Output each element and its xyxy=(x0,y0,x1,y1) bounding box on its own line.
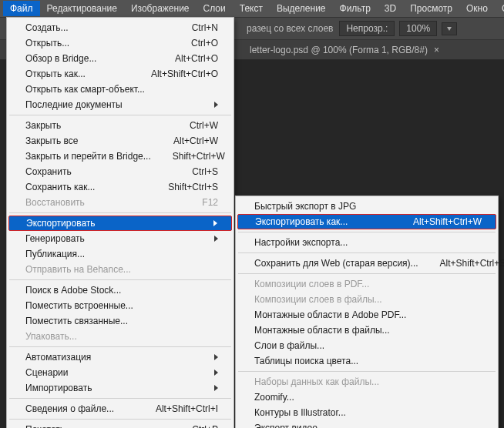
menu-item-label: Контуры в Illustrator... xyxy=(254,407,346,418)
file-menu-item[interactable]: Открыть...Ctrl+O xyxy=(8,35,232,51)
menubar-item-изображение[interactable]: Изображение xyxy=(124,1,197,16)
file-menu-item[interactable]: Открыть как...Alt+Shift+Ctrl+O xyxy=(8,66,232,82)
export-menu-item[interactable]: Таблицы поиска цвета... xyxy=(237,353,496,369)
file-menu-item[interactable]: Сведения о файле...Alt+Shift+Ctrl+I xyxy=(8,401,232,416)
menu-item-shortcut: Alt+Ctrl+O xyxy=(175,53,218,64)
file-menu-item[interactable]: Закрыть всеAlt+Ctrl+W xyxy=(8,133,232,149)
menubar-item-справка[interactable]: Справка xyxy=(495,1,504,16)
menubar-item-выделение[interactable]: Выделение xyxy=(270,1,333,16)
submenu-arrow-icon xyxy=(214,102,218,108)
menu-item-label: Открыть как... xyxy=(25,69,86,79)
file-menu-item[interactable]: Импортировать xyxy=(8,380,232,396)
menubar: ФайлРедактированиеИзображениеСлоиТекстВы… xyxy=(0,0,504,17)
menu-separator xyxy=(9,279,231,280)
menu-separator xyxy=(238,232,496,232)
file-menu-item: ВосстановитьF12 xyxy=(8,195,232,210)
file-menu-item[interactable]: Создать...Ctrl+N xyxy=(8,20,232,35)
menu-item-shortcut: Alt+Shift+Ctrl+I xyxy=(156,403,218,414)
export-menu-item[interactable]: Контуры в Illustrator... xyxy=(237,405,496,420)
file-menu-item[interactable]: Сценарии xyxy=(8,365,232,380)
export-menu-item[interactable]: Быстрый экспорт в JPG xyxy=(237,199,496,214)
menubar-item-3d[interactable]: 3D xyxy=(378,1,403,16)
menu-item-label: Сведения о файле... xyxy=(25,403,114,414)
export-menu-item[interactable]: Монтажные области в файлы... xyxy=(237,323,496,338)
export-menu-item[interactable]: Сохранить для Web (старая версия)...Alt+… xyxy=(237,256,496,271)
menu-item-shortcut: Alt+Shift+Ctrl+O xyxy=(151,69,218,79)
menu-item-label: Монтажные области в Adobe PDF... xyxy=(254,309,406,320)
menu-item-label: Монтажные области в файлы... xyxy=(254,325,390,336)
file-menu-item: Упаковать... xyxy=(8,329,232,344)
file-menu-item[interactable]: Печатать...Ctrl+P xyxy=(8,422,232,428)
menu-item-label: Закрыть и перейти в Bridge... xyxy=(25,151,151,162)
export-submenu: Быстрый экспорт в JPGЭкспортировать как.… xyxy=(235,196,499,428)
menu-item-shortcut: Ctrl+O xyxy=(191,38,218,48)
file-menu-item[interactable]: Закрыть и перейти в Bridge...Shift+Ctrl+… xyxy=(8,149,232,164)
file-menu-item[interactable]: Поместить встроенные... xyxy=(8,298,232,313)
menu-item-label: Сохранить для Web (старая версия)... xyxy=(254,258,418,269)
menu-item-shortcut: Ctrl+N xyxy=(192,22,218,33)
file-menu-item[interactable]: Генерировать xyxy=(8,231,232,246)
export-menu-item[interactable]: Слои в файлы... xyxy=(237,338,496,353)
file-menu-item[interactable]: Открыть как смарт-объект... xyxy=(8,82,232,97)
file-menu-item[interactable]: Публикация... xyxy=(8,246,232,262)
menu-item-shortcut: Alt+Shift+Ctrl+W xyxy=(413,216,482,227)
export-menu-item[interactable]: Zoomify... xyxy=(237,390,496,405)
file-menu-item[interactable]: Экспортировать xyxy=(8,216,232,231)
menu-item-label: Экспортировать как... xyxy=(255,216,348,227)
menu-item-label: Сохранить как... xyxy=(25,182,95,192)
submenu-arrow-icon xyxy=(214,236,218,242)
menu-item-label: Сохранить xyxy=(25,166,72,177)
export-menu-item[interactable]: Экспорт видео... xyxy=(237,420,496,428)
file-menu-item[interactable]: Поместить связанные... xyxy=(8,313,232,329)
file-menu-item[interactable]: Обзор в Bridge...Alt+Ctrl+O xyxy=(8,51,232,66)
menubar-item-редактирование[interactable]: Редактирование xyxy=(40,1,124,16)
menu-item-label: Закрыть xyxy=(25,120,61,131)
menu-item-label: Генерировать xyxy=(25,233,85,244)
file-menu-item[interactable]: Автоматизация xyxy=(8,349,232,365)
submenu-arrow-icon xyxy=(214,369,218,376)
file-menu-item[interactable]: Сохранить как...Shift+Ctrl+S xyxy=(8,179,232,195)
menubar-item-просмотр[interactable]: Просмотр xyxy=(403,1,459,16)
menubar-item-фильтр[interactable]: Фильтр xyxy=(333,1,378,16)
menubar-item-окно[interactable]: Окно xyxy=(459,1,495,16)
menu-item-shortcut: F12 xyxy=(202,197,218,208)
menu-item-label: Экспорт видео... xyxy=(254,423,325,428)
zoom-dropdown-button[interactable] xyxy=(442,22,457,35)
menu-item-label: Создать... xyxy=(25,22,69,33)
close-icon[interactable]: × xyxy=(434,45,439,55)
zoom-button[interactable]: 100% xyxy=(399,21,437,36)
chevron-down-icon xyxy=(447,27,452,31)
file-menu-item[interactable]: Последние документы xyxy=(8,97,232,112)
export-menu-item[interactable]: Монтажные области в Adobe PDF... xyxy=(237,307,496,323)
file-menu-item[interactable]: СохранитьCtrl+S xyxy=(8,164,232,179)
export-menu-item: Наборы данных как файлы... xyxy=(237,374,496,390)
menu-item-label: Отправить на Behance... xyxy=(25,264,131,275)
menu-item-label: Быстрый экспорт в JPG xyxy=(254,201,356,212)
menu-item-shortcut: Alt+Ctrl+W xyxy=(173,135,218,146)
document-title: letter-logo.psd @ 100% (Forma 1, RGB/8#) xyxy=(250,45,428,55)
opacity-button[interactable]: Непрозр.: xyxy=(339,21,395,36)
sample-mode-label: разец со всех слоев xyxy=(240,23,339,34)
export-menu-item[interactable]: Настройки экспорта... xyxy=(237,235,496,250)
menubar-item-текст[interactable]: Текст xyxy=(233,1,270,16)
menu-item-shortcut: Ctrl+S xyxy=(192,166,218,177)
document-tab[interactable]: letter-logo.psd @ 100% (Forma 1, RGB/8#)… xyxy=(240,42,449,59)
menu-item-label: Печатать... xyxy=(25,424,72,428)
file-menu-item: Отправить на Behance... xyxy=(8,262,232,277)
menu-item-shortcut: Ctrl+P xyxy=(192,424,218,428)
submenu-arrow-icon xyxy=(213,220,217,226)
file-menu-item[interactable]: Поиск в Adobe Stock... xyxy=(8,283,232,298)
menu-item-shortcut: Shift+Ctrl+W xyxy=(173,151,225,162)
menu-item-label: Таблицы поиска цвета... xyxy=(254,356,358,366)
menu-separator xyxy=(9,398,231,399)
opacity-label: Непрозр.: xyxy=(346,23,388,34)
export-menu-item[interactable]: Экспортировать как...Alt+Shift+Ctrl+W xyxy=(237,214,496,229)
menu-item-label: Открыть как смарт-объект... xyxy=(25,84,145,95)
menu-separator xyxy=(9,346,231,347)
menu-item-label: Настройки экспорта... xyxy=(254,237,348,248)
file-menu-item[interactable]: ЗакрытьCtrl+W xyxy=(8,118,232,133)
menubar-item-слои[interactable]: Слои xyxy=(197,1,233,16)
menu-item-label: Поместить встроенные... xyxy=(25,300,133,311)
menu-item-label: Слои в файлы... xyxy=(254,340,324,351)
menubar-item-файл[interactable]: Файл xyxy=(3,1,40,16)
